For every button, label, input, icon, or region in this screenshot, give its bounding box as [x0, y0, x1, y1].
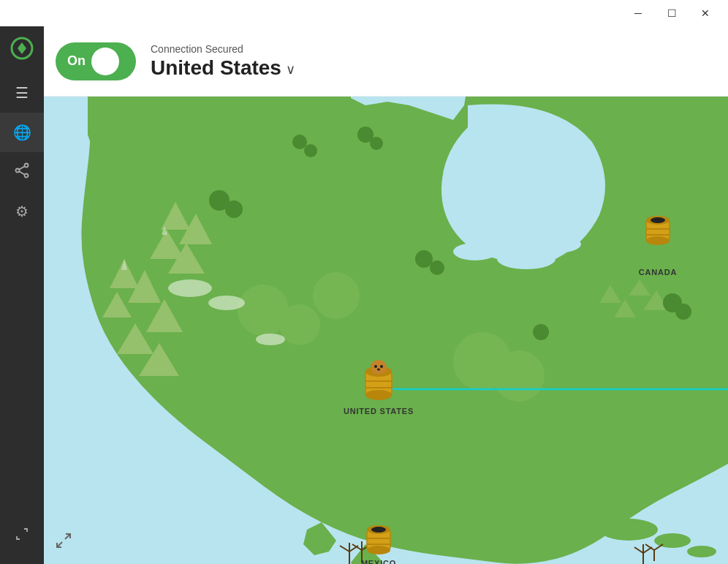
svg-point-80: [374, 365, 377, 368]
svg-point-68: [646, 236, 670, 245]
svg-line-90: [65, 534, 70, 539]
right-panel: On Connection Secured United States ∨: [44, 26, 728, 564]
svg-point-44: [279, 304, 320, 345]
vpn-toggle[interactable]: On: [56, 42, 136, 80]
svg-point-1: [25, 163, 29, 167]
minimize-button[interactable]: ─: [621, 0, 655, 26]
svg-point-7: [599, 519, 658, 541]
app-logo[interactable]: [0, 26, 44, 70]
maximize-button[interactable]: ☐: [655, 0, 689, 26]
svg-point-81: [380, 365, 383, 368]
sidebar-bottom: [0, 516, 44, 564]
svg-point-3: [16, 168, 20, 172]
header-info: Connection Secured United States ∨: [151, 43, 295, 80]
sidebar-item-settings[interactable]: ⚙: [0, 192, 44, 231]
svg-point-85: [367, 546, 390, 554]
toggle-knob: [91, 48, 119, 75]
svg-point-71: [651, 217, 665, 223]
settings-icon: ⚙: [15, 203, 29, 220]
canada-label: CANADA: [639, 268, 677, 277]
map-svg: CANADA: [44, 97, 728, 564]
svg-point-77: [371, 360, 387, 375]
app-body: ☰ 🌐 ⚙: [0, 26, 728, 564]
svg-point-40: [304, 144, 317, 157]
mexico-label: MEXICO: [361, 559, 396, 564]
location-name: United States: [151, 56, 281, 80]
svg-point-50: [256, 334, 285, 345]
sidebar-item-globe[interactable]: 🌐: [0, 113, 44, 152]
sidebar-item-menu[interactable]: ☰: [0, 73, 44, 113]
svg-point-42: [370, 137, 383, 150]
svg-point-82: [377, 369, 380, 371]
sidebar-item-collapse[interactable]: [0, 516, 44, 555]
chevron-down-icon: ∨: [286, 61, 295, 78]
svg-point-48: [168, 279, 212, 297]
svg-point-45: [313, 272, 360, 319]
collapse-icon: [15, 527, 29, 544]
svg-point-38: [675, 304, 691, 320]
sidebar-item-share[interactable]: [0, 152, 44, 192]
location-row[interactable]: United States ∨: [151, 56, 295, 80]
globe-icon: 🌐: [13, 124, 31, 141]
toggle-label: On: [67, 53, 86, 69]
svg-point-74: [365, 390, 392, 400]
svg-line-89: [57, 542, 62, 547]
title-bar: ─ ☐ ✕: [0, 0, 728, 26]
close-button[interactable]: ✕: [689, 0, 722, 26]
sidebar: ☰ 🌐 ⚙: [0, 26, 44, 564]
svg-point-47: [493, 350, 545, 402]
svg-point-39: [292, 135, 307, 149]
svg-line-4: [19, 166, 25, 170]
menu-icon: ☰: [15, 84, 29, 102]
expand-icon[interactable]: [56, 533, 72, 552]
app-header: On Connection Secured United States ∨: [44, 26, 728, 97]
svg-line-5: [19, 171, 25, 175]
svg-point-2: [25, 173, 29, 177]
canada-marker[interactable]: [646, 216, 670, 245]
svg-point-36: [533, 324, 549, 340]
mexico-marker[interactable]: [367, 525, 390, 554]
svg-point-34: [415, 250, 433, 268]
svg-point-49: [208, 296, 245, 310]
svg-point-35: [430, 260, 444, 275]
svg-point-33: [225, 200, 243, 218]
sidebar-nav: ☰ 🌐 ⚙: [0, 73, 44, 516]
svg-point-88: [371, 527, 386, 533]
svg-point-9: [687, 546, 716, 557]
united-states-label: UNITED STATES: [344, 407, 414, 416]
share-icon: [14, 162, 30, 182]
connection-status: Connection Secured: [151, 43, 295, 55]
map-area: CANADA: [44, 97, 728, 564]
